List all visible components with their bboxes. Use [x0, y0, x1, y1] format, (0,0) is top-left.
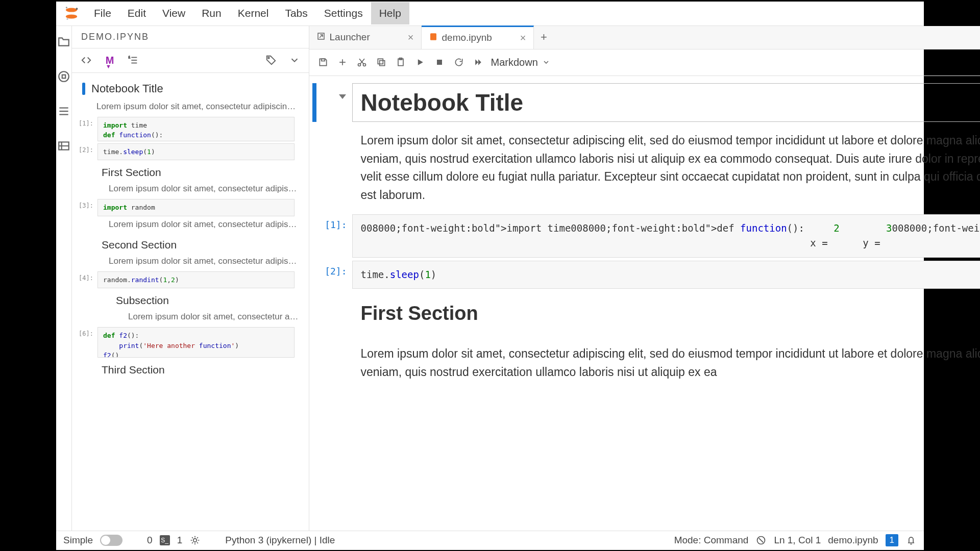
outline-text[interactable]: Lorem ipsum dolor sit amet, consectetur … [72, 310, 309, 326]
close-icon[interactable]: × [520, 32, 526, 44]
outline-code-cell[interactable]: [2]:time.sleep(1) [72, 142, 309, 162]
svg-point-56 [193, 539, 197, 542]
tab-launcher[interactable]: Launcher× [309, 26, 422, 49]
cell-body: First Section [352, 292, 980, 335]
cell[interactable]: [2]:time.sleep(1) [316, 261, 980, 289]
cell-prompt: [1]: [316, 219, 347, 230]
outline-code-cell[interactable]: [6]:def f2(): print('Here another functi… [72, 326, 309, 359]
cell[interactable]: [1]:008000;font-weight:bold">import time… [316, 214, 980, 258]
run-icon[interactable] [413, 56, 427, 69]
outline-heading[interactable]: Subsection [72, 289, 309, 310]
notebook-toolbar: Markdown Python 3 (ipykernel) [309, 49, 980, 76]
cell[interactable]: First Section [316, 292, 980, 335]
save-icon[interactable] [316, 56, 330, 69]
cell[interactable]: Lorem ipsum dolor sit amet, consectetur … [316, 125, 980, 211]
outline-text[interactable]: Lorem ipsum dolor sit amet, consectetur … [72, 254, 309, 270]
status-filename: demo.ipynb [828, 535, 878, 546]
outline-text[interactable]: Lorem ipsum dolor sit amet, consectetur … [72, 182, 309, 198]
activity-bar [56, 26, 72, 531]
outline-text[interactable]: Lorem ipsum dolor sit amet, consectetur … [72, 217, 309, 234]
toc-icon[interactable] [56, 104, 71, 119]
svg-line-58 [759, 538, 763, 542]
cell-body: Lorem ipsum dolor sit amet, consectetur … [352, 125, 980, 211]
cell-body: 008000;font-weight:bold">import time 008… [352, 214, 980, 258]
collapse-icon[interactable] [339, 94, 346, 99]
numbering-icon[interactable]: 1 [126, 53, 140, 67]
outline-code-cell[interactable]: [3]:import random [72, 198, 309, 217]
markdown-toggle-icon[interactable]: M▼ [103, 53, 117, 67]
chevron-down-icon[interactable] [287, 53, 302, 67]
trust-icon[interactable] [755, 535, 767, 546]
outline-code-cell[interactable]: [1]:import time def function(): [72, 116, 309, 142]
new-tab-button[interactable]: + [534, 26, 554, 49]
cell-body: time.sleep(1) [352, 261, 980, 289]
outline-heading[interactable]: Third Section [72, 359, 309, 379]
tab-demo-ipynb[interactable]: demo.ipynb× [422, 26, 534, 49]
cell[interactable]: Lorem ipsum dolor sit amet, consectetur … [316, 338, 980, 388]
jupyter-logo[interactable] [61, 3, 82, 23]
kernel-sessions-icon[interactable] [189, 535, 201, 546]
cell-body: Lorem ipsum dolor sit amet, consectetur … [352, 338, 980, 388]
svg-point-15 [268, 57, 270, 59]
running-icon[interactable] [56, 69, 71, 84]
add-cell-icon[interactable] [336, 56, 349, 69]
svg-rect-27 [378, 59, 383, 64]
simple-label: Simple [63, 535, 93, 546]
svg-text:1: 1 [129, 56, 130, 59]
menu-file[interactable]: File [86, 2, 119, 24]
svg-point-2 [66, 7, 67, 8]
outline-prompt: [1]: [72, 117, 93, 127]
run-all-icon[interactable] [472, 56, 485, 69]
outline-heading[interactable]: Notebook Title [72, 75, 309, 99]
kernel-status-text: Python 3 (ipykernel) | Idle [225, 535, 335, 546]
outline-heading[interactable]: First Section [72, 161, 309, 182]
menu-settings[interactable]: Settings [316, 2, 371, 24]
copy-icon[interactable] [375, 56, 388, 69]
svg-line-17 [320, 35, 323, 38]
cut-icon[interactable] [355, 56, 369, 69]
cell-type-selector[interactable]: Markdown [491, 57, 550, 68]
svg-point-3 [76, 8, 78, 10]
menubar: FileEditViewRunKernelTabsSettingsHelp [56, 2, 924, 26]
menu-tabs[interactable]: Tabs [277, 2, 315, 24]
outline-code: import random [97, 199, 295, 216]
outline-code-cell[interactable]: [4]:random.randint(1,2) [72, 270, 309, 290]
code-toggle-icon[interactable] [79, 53, 93, 67]
outline-text[interactable]: Lorem ipsum dolor sit amet, consectetur … [72, 99, 309, 116]
svg-point-4 [66, 18, 68, 20]
menu-help[interactable]: Help [371, 2, 409, 24]
notebook-content[interactable]: Notebook TitleLorem ipsum dolor sit amet… [309, 76, 980, 531]
outline-list[interactable]: ☝ Notebook TitleLorem ipsum dolor sit am… [72, 73, 309, 531]
bell-icon[interactable] [905, 535, 917, 546]
tag-icon[interactable] [264, 53, 278, 67]
menu-edit[interactable]: Edit [119, 2, 154, 24]
svg-line-25 [359, 59, 363, 64]
close-icon[interactable]: × [408, 32, 414, 43]
restart-icon[interactable] [452, 56, 465, 69]
cell-prompt: [2]: [316, 266, 347, 277]
terminal-status-icon[interactable]: S_ [160, 535, 170, 545]
svg-rect-31 [437, 60, 442, 65]
sidebar-toolbar: M▼ 1 [72, 48, 309, 73]
menu-run[interactable]: Run [193, 2, 230, 24]
svg-rect-26 [379, 61, 384, 66]
svg-point-1 [66, 14, 77, 18]
outline-prompt: [4]: [72, 271, 93, 282]
svg-marker-32 [475, 59, 478, 65]
extensions-icon[interactable] [56, 138, 71, 154]
menu-kernel[interactable]: Kernel [230, 2, 277, 24]
cell[interactable]: Notebook Title [316, 83, 980, 122]
menu-view[interactable]: View [154, 2, 193, 24]
stop-icon[interactable] [433, 56, 446, 69]
simple-toggle[interactable] [100, 535, 122, 546]
main-area: Launcher×demo.ipynb×+ Markdown [309, 26, 980, 531]
tab-label: demo.ipynb [442, 32, 492, 43]
svg-rect-19 [321, 59, 325, 61]
status-bar: Simple 0 S_ 1 Python 3 (ipykernel) | Idl… [56, 531, 924, 550]
files-icon[interactable] [56, 34, 71, 49]
status-count-1: 1 [177, 535, 183, 546]
notification-badge[interactable]: 1 [886, 534, 898, 546]
paste-icon[interactable] [394, 56, 407, 69]
svg-line-24 [360, 59, 364, 64]
outline-heading[interactable]: Second Section [72, 234, 309, 254]
